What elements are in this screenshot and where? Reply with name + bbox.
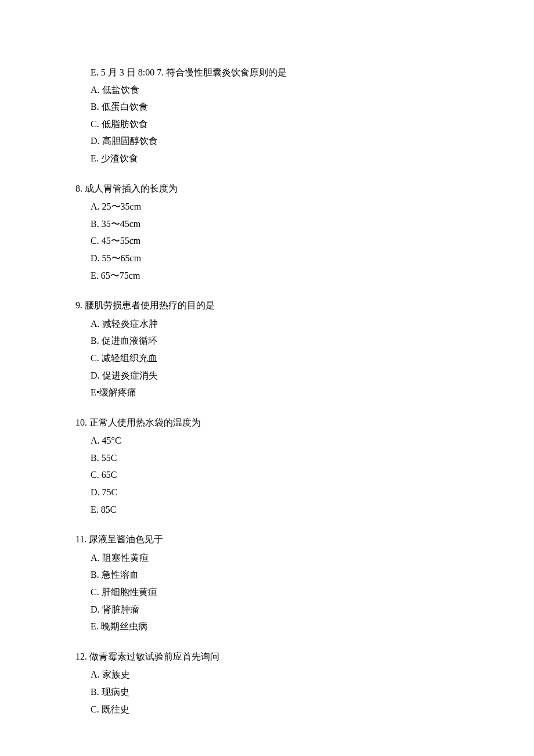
question-7-option-c: C. 低脂肪饮食 xyxy=(91,116,459,133)
question-7-option-d: D. 高胆固醇饮食 xyxy=(91,132,459,150)
question-11-options: A. 阻塞性黄疸 B. 急性溶血 C. 肝细胞性黄疸 D. 肾脏肿瘤 E. 晚期… xyxy=(91,549,459,635)
question-8-option-c: C. 45〜55cm xyxy=(91,232,459,250)
question-7-option-b: B. 低蛋白饮食 xyxy=(91,98,459,116)
question-10-title: 10. 正常人使用热水袋的温度为 xyxy=(75,414,459,431)
question-8-option-e: E. 65〜75cm xyxy=(91,267,459,285)
question-10-option-e: E. 85C xyxy=(91,501,459,519)
question-9-option-e: E•缓解疼痛 xyxy=(91,384,459,401)
question-12-title: 12. 做青霉素过敏试验前应首先询问 xyxy=(75,648,459,665)
question-6-option-e-and-7-title: E. 5 月 3 日 8:00 7. 符合慢性胆囊炎饮食原则的是 xyxy=(91,64,459,81)
question-11-option-a: A. 阻塞性黄疸 xyxy=(91,549,459,567)
question-8-title: 8. 成人胃管插入的长度为 xyxy=(75,180,459,197)
question-10-option-c: C. 65C xyxy=(91,466,459,484)
question-6-tail-and-7: E. 5 月 3 日 8:00 7. 符合慢性胆囊炎饮食原则的是 A. 低盐饮食… xyxy=(91,64,459,167)
question-7-option-e: E. 少渣饮食 xyxy=(91,150,459,167)
question-8-options: A. 25〜35cm B. 35〜45cm C. 45〜55cm D. 55〜6… xyxy=(91,198,459,284)
question-9-option-d: D. 促进炎症消失 xyxy=(91,367,459,384)
question-9-option-b: B. 促进血液循环 xyxy=(91,332,459,350)
question-10-option-a: A. 45°C xyxy=(91,432,459,449)
question-9-option-c: C. 减轻组织充血 xyxy=(91,350,459,367)
question-12-option-b: B. 现病史 xyxy=(91,683,459,701)
question-11-option-b: B. 急性溶血 xyxy=(91,566,459,584)
question-11-option-d: D. 肾脏肿瘤 xyxy=(91,601,459,618)
question-8-option-d: D. 55〜65cm xyxy=(91,250,459,267)
question-8-option-b: B. 35〜45cm xyxy=(91,215,459,233)
question-7-option-a: A. 低盐饮食 xyxy=(91,81,459,99)
question-9-title: 9. 腰肌劳损患者使用热疗的目的是 xyxy=(75,297,459,314)
question-10-option-d: D. 75C xyxy=(91,484,459,501)
question-12-option-c: C. 既往史 xyxy=(91,701,459,718)
question-12-options: A. 家族史 B. 现病史 C. 既往史 xyxy=(91,666,459,718)
question-12-option-a: A. 家族史 xyxy=(91,666,459,683)
question-10-options: A. 45°C B. 55C C. 65C D. 75C E. 85C xyxy=(91,432,459,518)
question-11-option-e: E. 晚期丝虫病 xyxy=(91,618,459,635)
question-9-option-a: A. 减轻炎症水肿 xyxy=(91,315,459,333)
question-11-option-c: C. 肝细胞性黄疸 xyxy=(91,584,459,601)
question-9-options: A. 减轻炎症水肿 B. 促进血液循环 C. 减轻组织充血 D. 促进炎症消失 xyxy=(91,315,459,384)
question-11-title: 11. 尿液呈酱油色见于 xyxy=(75,531,459,548)
question-10-option-b: B. 55C xyxy=(91,449,459,467)
question-8-option-a: A. 25〜35cm xyxy=(91,198,459,215)
